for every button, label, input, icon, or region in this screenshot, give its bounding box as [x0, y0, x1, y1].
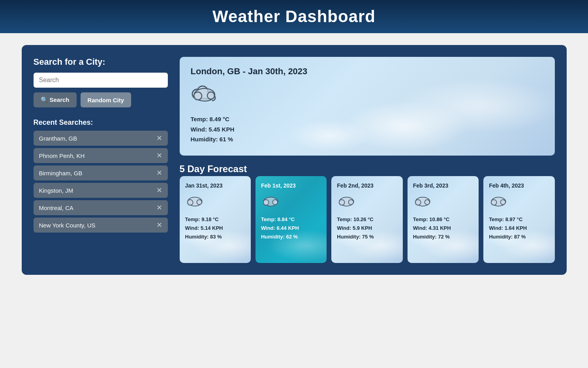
remove-recent-icon[interactable]: ✕	[156, 152, 162, 159]
forecast-temp: Temp: 9.18 °C	[185, 215, 245, 224]
recent-item-label: Phnom Penh, KH	[39, 152, 85, 159]
forecast-details: Temp: 8.84 °C Wind: 6.44 KPH Humidity: 6…	[261, 215, 321, 241]
current-weather-cloud-icon	[191, 83, 544, 109]
svg-point-2	[207, 92, 214, 99]
recent-search-item[interactable]: Montreal, CA✕	[34, 200, 168, 215]
random-city-button[interactable]: Random City	[81, 92, 132, 107]
svg-point-14	[425, 199, 430, 205]
forecast-card: Feb 2nd, 2023 Temp: 10.26 °C Wind: 5.9 K…	[331, 176, 402, 263]
search-button-row: Search Random City	[34, 92, 168, 107]
forecast-humidity: Humidity: 87 %	[489, 233, 549, 241]
current-wind: Wind: 5.45 KPH	[191, 124, 544, 135]
forecast-temp: Temp: 8.84 °C	[261, 215, 321, 224]
remove-recent-icon[interactable]: ✕	[156, 204, 162, 211]
forecast-cloud-icon	[261, 193, 321, 211]
forecast-card: Feb 1st, 2023 Temp: 8.84 °C Wind: 6.44 K…	[255, 176, 327, 263]
forecast-wind: Wind: 4.31 KPH	[413, 224, 473, 233]
svg-point-8	[272, 199, 278, 205]
main-content: London, GB - Jan 30th, 2023 Temp: 8.49 °…	[180, 57, 555, 263]
forecast-temp: Temp: 10.26 °C	[337, 215, 397, 224]
forecast-date: Feb 1st, 2023	[261, 182, 321, 189]
recent-search-item[interactable]: Kingston, JM✕	[34, 183, 168, 198]
forecast-humidity: Humidity: 75 %	[337, 233, 397, 241]
forecast-card: Feb 4th, 2023 Temp: 8.97 °C Wind: 1.64 K…	[483, 176, 554, 263]
current-weather-card: London, GB - Jan 30th, 2023 Temp: 8.49 °…	[180, 57, 555, 156]
recent-search-item[interactable]: Phnom Penh, KH✕	[34, 148, 168, 163]
forecast-details: Temp: 10.86 °C Wind: 4.31 KPH Humidity: …	[413, 215, 473, 241]
recent-searches-title: Recent Searches:	[34, 118, 168, 127]
search-button[interactable]: Search	[34, 92, 77, 107]
svg-point-17	[501, 199, 506, 205]
forecast-details: Temp: 9.18 °C Wind: 5.14 KPH Humidity: 8…	[185, 215, 245, 241]
recent-item-label: Montreal, CA	[39, 205, 74, 211]
forecast-humidity: Humidity: 62 %	[261, 233, 321, 241]
forecast-temp: Temp: 8.97 °C	[489, 215, 549, 224]
current-humidity: Humidity: 61 %	[191, 134, 544, 145]
forecast-date: Feb 2nd, 2023	[337, 182, 397, 189]
forecast-wind: Wind: 1.64 KPH	[489, 224, 549, 233]
forecast-date: Feb 4th, 2023	[489, 182, 549, 189]
forecast-wind: Wind: 6.44 KPH	[261, 224, 321, 233]
svg-point-4	[187, 199, 193, 205]
search-input[interactable]	[34, 73, 168, 88]
forecast-details: Temp: 8.97 °C Wind: 1.64 KPH Humidity: 8…	[489, 215, 549, 241]
recent-search-item[interactable]: Birmingham, GB✕	[34, 165, 168, 180]
search-icon	[41, 96, 50, 103]
main-container: Search for a City: Search Random City Re…	[22, 45, 567, 275]
recent-search-item[interactable]: New York County, US✕	[34, 218, 168, 233]
forecast-wind: Wind: 5.14 KPH	[185, 224, 245, 233]
forecast-humidity: Humidity: 72 %	[413, 233, 473, 241]
svg-point-13	[415, 199, 421, 205]
svg-point-7	[263, 199, 269, 205]
recent-item-label: Grantham, GB	[39, 135, 77, 142]
forecast-title: 5 Day Forecast	[180, 163, 555, 175]
current-temp: Temp: 8.49 °C	[191, 114, 544, 124]
remove-recent-icon[interactable]: ✕	[156, 187, 162, 194]
recent-item-label: Birmingham, GB	[39, 170, 83, 176]
forecast-grid: Jan 31st, 2023 Temp: 9.18 °C Wind: 5.14 …	[180, 176, 555, 263]
sidebar: Search for a City: Search Random City Re…	[34, 57, 168, 263]
svg-point-16	[491, 199, 497, 205]
forecast-date: Jan 31st, 2023	[185, 182, 245, 189]
forecast-cloud-icon	[185, 193, 245, 211]
svg-point-11	[349, 199, 354, 205]
remove-recent-icon[interactable]: ✕	[156, 135, 162, 142]
forecast-cloud-icon	[413, 193, 473, 211]
app-title: Weather Dashboard	[0, 7, 588, 26]
search-section-title: Search for a City:	[34, 57, 168, 67]
forecast-details: Temp: 10.26 °C Wind: 5.9 KPH Humidity: 7…	[337, 215, 397, 241]
forecast-card: Jan 31st, 2023 Temp: 9.18 °C Wind: 5.14 …	[180, 176, 251, 263]
svg-point-10	[339, 199, 345, 205]
current-weather-details: Temp: 8.49 °C Wind: 5.45 KPH Humidity: 6…	[191, 114, 544, 145]
recent-item-label: New York County, US	[39, 222, 96, 229]
forecast-section: 5 Day Forecast Jan 31st, 2023 Temp: 9.18…	[180, 163, 555, 263]
remove-recent-icon[interactable]: ✕	[156, 169, 162, 176]
forecast-cloud-icon	[337, 193, 397, 211]
forecast-temp: Temp: 10.86 °C	[413, 215, 473, 224]
recent-search-item[interactable]: Grantham, GB✕	[34, 131, 168, 146]
forecast-cloud-icon	[489, 193, 549, 211]
recent-searches-list: Grantham, GB✕Phnom Penh, KH✕Birmingham, …	[34, 131, 168, 233]
forecast-humidity: Humidity: 83 %	[185, 233, 245, 241]
current-weather-location-date: London, GB - Jan 30th, 2023	[191, 66, 544, 77]
svg-point-1	[194, 92, 202, 100]
forecast-wind: Wind: 5.9 KPH	[337, 224, 397, 233]
app-header: Weather Dashboard	[0, 0, 588, 33]
recent-item-label: Kingston, JM	[39, 187, 73, 194]
remove-recent-icon[interactable]: ✕	[156, 222, 162, 229]
svg-point-5	[197, 199, 202, 205]
forecast-card: Feb 3rd, 2023 Temp: 10.86 °C Wind: 4.31 …	[408, 176, 479, 263]
forecast-date: Feb 3rd, 2023	[413, 182, 473, 189]
